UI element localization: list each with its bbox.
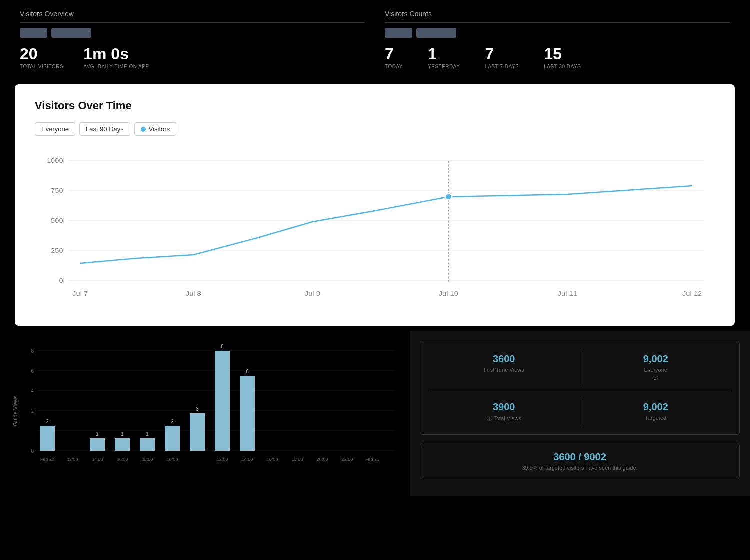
bar-chart-svg: Guide Views 8 6 4 2 0 2 Feb 20: [10, 341, 400, 481]
svg-text:02:00: 02:00: [67, 457, 78, 462]
targeted-value: 9,002: [584, 402, 728, 413]
of-label: of: [584, 375, 728, 381]
chart-area: 1000 750 500 250 0 Jul 7 Jul 8 Jul 9 Jul…: [35, 151, 715, 311]
line-chart-svg: 1000 750 500 250 0 Jul 7 Jul 8 Jul 9 Jul…: [35, 151, 715, 311]
bottom-section: Guide Views 8 6 4 2 0 2 Feb 20: [0, 331, 750, 496]
targeted-item: 9,002 Targeted: [580, 398, 732, 426]
svg-rect-50: [240, 376, 255, 451]
visitors-overview-numbers: 20 TOTAL VISITORS 1m 0s AVG. DAILY TIME …: [20, 46, 365, 70]
today-label: TODAY: [385, 64, 403, 70]
visitors-overview-panel: Visitors Overview 20 TOTAL VISITORS 1m 0…: [20, 10, 365, 70]
bar-feb20: [40, 426, 55, 451]
total-views-label: ⓘ Total Views: [432, 415, 576, 422]
svg-text:8: 8: [221, 344, 224, 350]
svg-rect-33: [90, 438, 105, 451]
total-visitors-stat: 20 TOTAL VISITORS: [20, 46, 64, 70]
svg-text:10:00: 10:00: [167, 457, 178, 462]
svg-text:Jul 11: Jul 11: [558, 290, 578, 298]
visitors-overview-title: Visitors Overview: [20, 10, 365, 23]
first-time-views-item: 3600 First Time Views: [428, 350, 580, 385]
chart-title: Visitors Over Time: [35, 100, 715, 112]
first-time-views-value: 3600: [432, 354, 576, 365]
targeted-label: Targeted: [584, 415, 728, 421]
everyone-filter-label: Everyone: [42, 126, 69, 133]
svg-rect-45: [190, 414, 205, 451]
progress-value: 3600 / 9002: [428, 452, 732, 463]
svg-text:500: 500: [51, 217, 64, 224]
svg-text:20:00: 20:00: [317, 457, 328, 462]
avg-time-stat: 1m 0s AVG. DAILY TIME ON APP: [84, 46, 149, 70]
last30-label: LAST 30 DAYS: [544, 64, 581, 70]
svg-text:Guide Views: Guide Views: [12, 396, 18, 426]
svg-text:Jul 12: Jul 12: [682, 290, 702, 298]
views-stats-row-2: 3900 ⓘ Total Views 9,002 Targeted: [428, 391, 732, 426]
bar-chart-inner: Guide Views 8 6 4 2 0 2 Feb 20: [10, 341, 400, 481]
chart-dot: [446, 194, 452, 200]
everyone-item: 9,002 Everyone of: [580, 350, 732, 385]
svg-text:04:00: 04:00: [92, 457, 104, 462]
overview-filter-pill-1[interactable]: [20, 28, 48, 38]
svg-text:2: 2: [31, 408, 34, 414]
svg-text:22:00: 22:00: [342, 457, 354, 462]
svg-text:4: 4: [31, 388, 34, 394]
visitors-counts-filters: [385, 28, 730, 38]
svg-text:Jul 8: Jul 8: [186, 290, 202, 298]
views-stats-row-1: 3600 First Time Views 9,002 Everyone of: [428, 350, 732, 385]
avg-time-value: 1m 0s: [84, 46, 149, 62]
yesterday-value: 1: [428, 46, 460, 62]
svg-text:1: 1: [146, 432, 149, 437]
everyone-value: 9,002: [584, 354, 728, 365]
svg-text:Jul 7: Jul 7: [72, 290, 88, 298]
svg-rect-39: [140, 438, 155, 451]
period-filter-button[interactable]: Last 90 Days: [80, 122, 130, 136]
svg-text:3: 3: [196, 406, 199, 412]
today-value: 7: [385, 46, 403, 62]
svg-text:6: 6: [31, 368, 34, 374]
yesterday-stat: 1 YESTERDAY: [428, 46, 460, 70]
chart-controls: Everyone Last 90 Days Visitors: [35, 122, 715, 136]
counts-filter-pill-2[interactable]: [416, 28, 456, 38]
visitors-filter-label: Visitors: [149, 126, 170, 133]
svg-text:08:00: 08:00: [142, 457, 154, 462]
svg-text:0: 0: [59, 277, 63, 284]
total-visitors-value: 20: [20, 46, 64, 62]
last7-value: 7: [485, 46, 519, 62]
svg-text:1: 1: [121, 432, 124, 437]
overview-filter-pill-2[interactable]: [52, 28, 92, 38]
bar-chart-panel: Guide Views 8 6 4 2 0 2 Feb 20: [0, 331, 410, 496]
svg-text:750: 750: [51, 187, 64, 194]
svg-text:Feb 21: Feb 21: [366, 457, 380, 462]
svg-text:2: 2: [171, 419, 174, 424]
svg-text:250: 250: [51, 247, 64, 254]
views-stats-box: 3600 First Time Views 9,002 Everyone of …: [420, 341, 740, 435]
svg-text:0: 0: [31, 448, 34, 454]
total-views-value: 3900: [432, 402, 576, 413]
counts-filter-pill-1[interactable]: [385, 28, 412, 38]
svg-text:2: 2: [46, 419, 49, 424]
svg-text:12:00: 12:00: [217, 457, 228, 462]
svg-text:8: 8: [31, 348, 34, 354]
svg-text:Jul 9: Jul 9: [305, 290, 320, 298]
visitors-filter-button[interactable]: Visitors: [134, 122, 176, 136]
visitors-counts-numbers: 7 TODAY 1 YESTERDAY 7 LAST 7 DAYS 15 LAS…: [385, 46, 730, 70]
svg-rect-36: [115, 438, 130, 451]
svg-text:1: 1: [96, 432, 99, 437]
svg-text:18:00: 18:00: [292, 457, 304, 462]
visitors-counts-title: Visitors Counts: [385, 10, 730, 23]
last7-stat: 7 LAST 7 DAYS: [485, 46, 519, 70]
total-visitors-label: TOTAL VISITORS: [20, 64, 64, 70]
svg-text:Feb 20: Feb 20: [40, 457, 54, 462]
last7-label: LAST 7 DAYS: [485, 64, 519, 70]
avg-time-label: AVG. DAILY TIME ON APP: [84, 64, 149, 70]
total-views-item: 3900 ⓘ Total Views: [428, 398, 580, 426]
yesterday-label: YESTERDAY: [428, 64, 460, 70]
period-filter-label: Last 90 Days: [86, 126, 124, 133]
first-time-views-label: First Time Views: [432, 367, 576, 373]
chart-card: Visitors Over Time Everyone Last 90 Days…: [15, 84, 735, 326]
last30-value: 15: [544, 46, 581, 62]
everyone-filter-button[interactable]: Everyone: [35, 122, 76, 136]
svg-text:6: 6: [246, 369, 249, 374]
visitors-dot-icon: [141, 127, 146, 132]
svg-text:06:00: 06:00: [117, 457, 128, 462]
svg-text:14:00: 14:00: [242, 457, 254, 462]
